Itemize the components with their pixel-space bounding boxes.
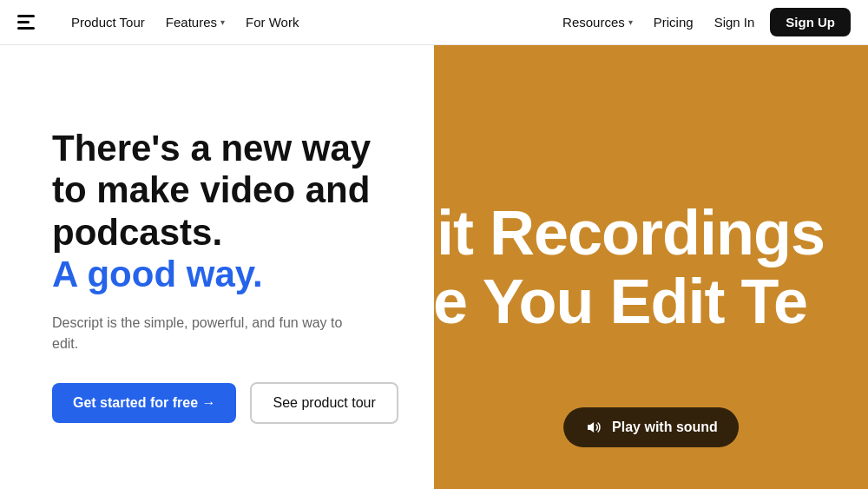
cta-buttons: Get started for free → See product tour bbox=[52, 382, 382, 424]
play-sound-label: Play with sound bbox=[612, 420, 718, 435]
video-overlay-line2: ke You Edit Te bbox=[434, 268, 825, 336]
features-chevron-icon: ▾ bbox=[220, 17, 225, 27]
hero-heading-highlight: A good way. bbox=[52, 254, 263, 294]
nav-left-links: Product Tour Features ▾ For Work bbox=[62, 10, 307, 35]
nav-pricing[interactable]: Pricing bbox=[645, 10, 702, 35]
product-tour-button[interactable]: See product tour bbox=[250, 382, 398, 424]
logo-icon[interactable] bbox=[17, 10, 42, 35]
hero-heading-text: There's a new way to make video and podc… bbox=[52, 128, 371, 253]
play-sound-button[interactable]: Play with sound bbox=[563, 407, 739, 447]
video-overlay-text: dit Recordings ke You Edit Te bbox=[434, 198, 825, 335]
resources-chevron-icon: ▾ bbox=[628, 17, 633, 27]
nav-signup-button[interactable]: Sign Up bbox=[770, 8, 851, 36]
hero-subtext: Descript is the simple, powerful, and fu… bbox=[52, 313, 365, 354]
get-started-button[interactable]: Get started for free → bbox=[52, 383, 236, 423]
sound-icon bbox=[584, 418, 603, 437]
hero-panel: There's a new way to make video and podc… bbox=[0, 45, 434, 489]
video-panel: dit Recordings ke You Edit Te Play with … bbox=[434, 45, 868, 489]
nav-sign-in[interactable]: Sign In bbox=[706, 10, 764, 35]
hero-heading: There's a new way to make video and podc… bbox=[52, 128, 382, 295]
logo[interactable] bbox=[17, 10, 42, 35]
nav-features[interactable]: Features ▾ bbox=[157, 10, 233, 35]
navbar: Product Tour Features ▾ For Work Resourc… bbox=[0, 0, 868, 45]
nav-product-tour[interactable]: Product Tour bbox=[62, 10, 154, 35]
nav-resources[interactable]: Resources ▾ bbox=[554, 10, 641, 35]
video-overlay-line1: dit Recordings bbox=[434, 198, 825, 267]
main-content: There's a new way to make video and podc… bbox=[0, 45, 868, 489]
nav-right-links: Resources ▾ Pricing Sign In Sign Up bbox=[554, 8, 851, 36]
nav-for-work[interactable]: For Work bbox=[237, 10, 307, 35]
